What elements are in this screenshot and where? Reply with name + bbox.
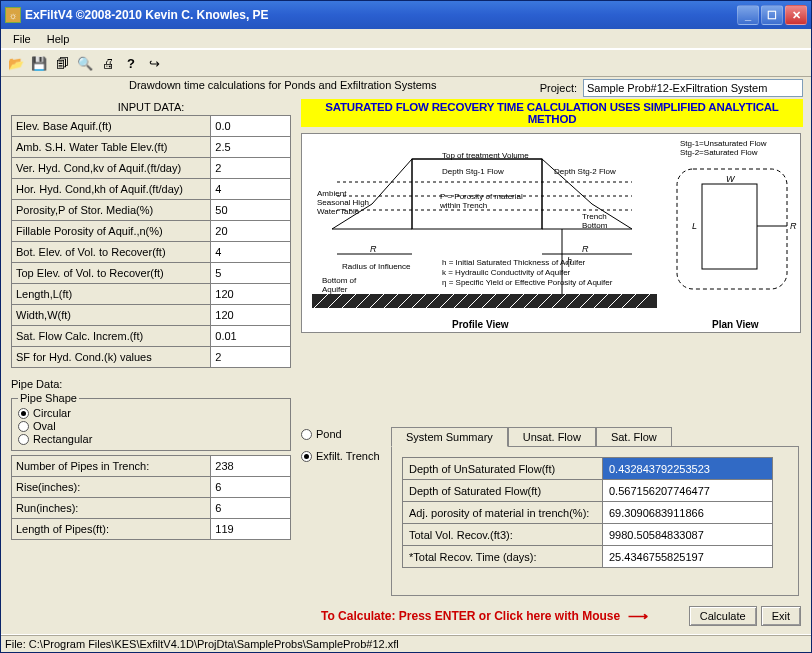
exit-icon[interactable]: ↪	[143, 52, 165, 74]
pipe-data-label: Pipe Data:	[11, 378, 291, 390]
result-grid: Depth of UnSaturated Flow(ft)0.432843792…	[402, 457, 773, 568]
menu-help[interactable]: Help	[39, 31, 78, 47]
input-value-cell[interactable]: 2	[211, 347, 291, 368]
input-row: Bot. Elev. of Vol. to Recover(ft)4	[12, 242, 291, 263]
tab-unsat-flow[interactable]: Unsat. Flow	[508, 427, 596, 446]
pipe-shape-rectangular[interactable]: Rectangular	[18, 433, 284, 445]
exit-button[interactable]: Exit	[761, 606, 801, 626]
input-row: Width,W(ft)120	[12, 305, 291, 326]
status-text: File: C:\Program Files\KES\ExfiltV4.1D\P…	[5, 638, 399, 650]
minimize-button[interactable]: _	[737, 5, 759, 25]
pipe-value-cell[interactable]: 6	[211, 498, 291, 519]
radio-exfilt-label: Exfilt. Trench	[316, 450, 380, 462]
input-label-cell: SF for Hyd. Cond.(k) values	[12, 347, 211, 368]
input-row: SF for Hyd. Cond.(k) values2	[12, 347, 291, 368]
menubar: File Help	[1, 29, 811, 49]
menu-file[interactable]: File	[5, 31, 39, 47]
result-value-cell[interactable]: 25.4346755825197	[603, 546, 773, 568]
calculate-button[interactable]: Calculate	[689, 606, 757, 626]
input-value-cell[interactable]: 20	[211, 221, 291, 242]
radio-exfilt-trench[interactable]: Exfilt. Trench	[301, 450, 380, 462]
left-column: INPUT DATA: Elev. Base Aquif.(ft)0.0Amb.…	[11, 101, 291, 540]
input-value-cell[interactable]: 0.01	[211, 326, 291, 347]
window-title: ExFiltV4 ©2008-2010 Kevin C. Knowles, PE	[25, 8, 737, 22]
tab-panel: Depth of UnSaturated Flow(ft)0.432843792…	[391, 446, 799, 596]
input-row: Elev. Base Aquif.(ft)0.0	[12, 116, 291, 137]
close-button[interactable]: ✕	[785, 5, 807, 25]
help-icon[interactable]: ?	[120, 52, 142, 74]
input-row: Porosity,P of Stor. Media(%)50	[12, 200, 291, 221]
pipe-label-cell: Length of Pipes(ft):	[12, 519, 211, 540]
input-value-cell[interactable]: 5	[211, 263, 291, 284]
svg-text:R: R	[790, 221, 797, 231]
diagram-label: P = Porosity of material within Trench	[440, 192, 535, 210]
result-value-cell[interactable]: 0.432843792253523	[603, 458, 773, 480]
right-column: Project: SATURATED FLOW RECOVERY TIME CA…	[301, 79, 803, 333]
input-value-cell[interactable]: 2.5	[211, 137, 291, 158]
result-row: *Total Recov. Time (days):25.43467558251…	[403, 546, 773, 568]
svg-text:L: L	[692, 221, 697, 231]
result-value-cell[interactable]: 9980.50584833087	[603, 524, 773, 546]
result-row: Total Vol. Recov.(ft3):9980.50584833087	[403, 524, 773, 546]
print-icon[interactable]: 🖨	[97, 52, 119, 74]
input-value-cell[interactable]: 0.0	[211, 116, 291, 137]
copy-icon[interactable]: 🗐	[51, 52, 73, 74]
calculate-row: To Calculate: Press ENTER or Click here …	[321, 606, 801, 626]
result-label-cell: *Total Recov. Time (days):	[403, 546, 603, 568]
open-icon[interactable]: 📂	[5, 52, 27, 74]
pipe-shape-oval[interactable]: Oval	[18, 420, 284, 432]
pipe-grid: Number of Pipes in Trench:238Rise(inches…	[11, 455, 291, 540]
input-label-cell: Bot. Elev. of Vol. to Recover(ft)	[12, 242, 211, 263]
pipe-value-cell[interactable]: 6	[211, 477, 291, 498]
radio-icon	[18, 434, 29, 445]
radio-pond[interactable]: Pond	[301, 428, 380, 440]
system-type-radios: Pond Exfilt. Trench	[301, 427, 380, 463]
app-window: ☼ ExFiltV4 ©2008-2010 Kevin C. Knowles, …	[0, 0, 812, 653]
result-row: Depth of Saturated Flow(ft)0.56715620774…	[403, 480, 773, 502]
diagram-label: Depth Stg-1 Flow	[442, 167, 504, 176]
tab-strip: System Summary Unsat. Flow Sat. Flow	[391, 427, 799, 446]
radio-pond-label: Pond	[316, 428, 342, 440]
tab-system-summary[interactable]: System Summary	[391, 427, 508, 447]
arrow-right-icon: ⟶	[628, 608, 648, 624]
input-label-cell: Elev. Base Aquif.(ft)	[12, 116, 211, 137]
titlebar: ☼ ExFiltV4 ©2008-2010 Kevin C. Knowles, …	[1, 1, 811, 29]
input-label-cell: Fillable Porosity of Aquif.,n(%)	[12, 221, 211, 242]
diagram-label: Top of treatment Volume	[442, 151, 529, 160]
pipe-row: Run(inches):6	[12, 498, 291, 519]
input-value-cell[interactable]: 4	[211, 242, 291, 263]
input-label-cell: Top Elev. of Vol. to Recover(ft)	[12, 263, 211, 284]
result-value-cell[interactable]: 69.3090683911866	[603, 502, 773, 524]
result-label-cell: Depth of Saturated Flow(ft)	[403, 480, 603, 502]
input-value-cell[interactable]: 2	[211, 158, 291, 179]
result-label-cell: Total Vol. Recov.(ft3):	[403, 524, 603, 546]
input-value-cell[interactable]: 120	[211, 284, 291, 305]
input-label-cell: Ver. Hyd. Cond,kv of Aquif.(ft/day)	[12, 158, 211, 179]
content-area: Drawdown time calculations for Ponds and…	[1, 77, 811, 634]
input-value-cell[interactable]: 120	[211, 305, 291, 326]
pipe-value-cell[interactable]: 238	[211, 456, 291, 477]
save-icon[interactable]: 💾	[28, 52, 50, 74]
pipe-row: Length of Pipes(ft):119	[12, 519, 291, 540]
radio-icon	[18, 421, 29, 432]
project-input[interactable]	[583, 79, 803, 97]
diagram-label: η = Specific Yield or Effective Porosity…	[442, 278, 652, 287]
input-value-cell[interactable]: 50	[211, 200, 291, 221]
input-value-cell[interactable]: 4	[211, 179, 291, 200]
diagram-label: Depth Stg-2 Flow	[554, 167, 616, 176]
input-label-cell: Amb. S.H. Water Table Elev.(ft)	[12, 137, 211, 158]
search-icon[interactable]: 🔍	[74, 52, 96, 74]
input-row: Amb. S.H. Water Table Elev.(ft)2.5	[12, 137, 291, 158]
pipe-shape-circular[interactable]: Circular	[18, 407, 284, 419]
tab-sat-flow[interactable]: Sat. Flow	[596, 427, 672, 446]
radio-icon	[301, 429, 312, 440]
statusbar: File: C:\Program Files\KES\ExfiltV4.1D\P…	[1, 634, 811, 652]
maximize-button[interactable]: ☐	[761, 5, 783, 25]
input-row: Ver. Hyd. Cond,kv of Aquif.(ft/day)2	[12, 158, 291, 179]
pipe-value-cell[interactable]: 119	[211, 519, 291, 540]
pipe-label-cell: Number of Pipes in Trench:	[12, 456, 211, 477]
result-value-cell[interactable]: 0.567156207746477	[603, 480, 773, 502]
input-label-cell: Porosity,P of Stor. Media(%)	[12, 200, 211, 221]
profile-caption: Profile View	[452, 319, 509, 330]
plan-caption: Plan View	[712, 319, 759, 330]
